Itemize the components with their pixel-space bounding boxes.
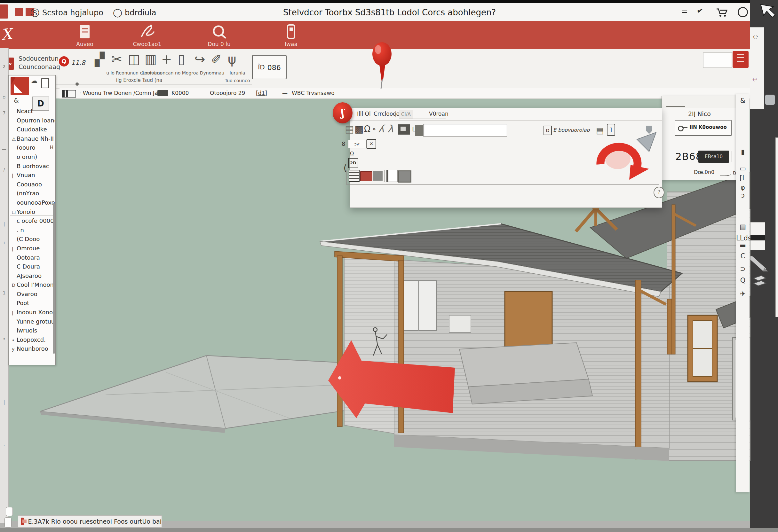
- list-item[interactable]: Ncact: [9, 107, 55, 116]
- list-item[interactable]: . n: [9, 226, 55, 235]
- chevron-icon[interactable]: »: [372, 125, 376, 132]
- close-box-icon[interactable]: ✕: [367, 139, 376, 149]
- list-item[interactable]: c ocofe 0000: [9, 216, 55, 226]
- tab-link[interactable]: [d1]: [256, 90, 267, 96]
- list-item[interactable]: AJsoaroo: [9, 271, 55, 281]
- browser-tab-title-2[interactable]: bdrdiula: [125, 8, 156, 17]
- toolbar-caption: Dynomnau: [200, 70, 224, 76]
- list-item[interactable]: Coouaoo: [9, 180, 55, 189]
- 2d-view-icon[interactable]: 2D: [348, 158, 358, 168]
- grid-view-icon[interactable]: [62, 90, 76, 97]
- strip-tool-icon[interactable]: ▭: [736, 165, 750, 172]
- strip-tool-icon[interactable]: ▬: [736, 241, 750, 249]
- list-item[interactable]: |Omroue: [9, 244, 55, 253]
- grid-doc-icon[interactable]: [349, 170, 360, 182]
- d-box-icon[interactable]: D: [544, 126, 552, 135]
- swatch-icon[interactable]: [373, 171, 383, 181]
- strip-tool-icon[interactable]: ✈: [736, 290, 750, 298]
- page-dark-icon[interactable]: ▩: [355, 123, 364, 135]
- help-circle-icon[interactable]: ?: [653, 187, 665, 198]
- cloud-icon[interactable]: ☁: [31, 77, 37, 84]
- list-item[interactable]: (oouroH: [9, 143, 55, 153]
- list-item[interactable]: B uorhovac: [9, 162, 55, 171]
- tool-icon[interactable]: ✂: [111, 52, 122, 67]
- omega-glyph: Ω: [350, 151, 354, 157]
- list-item[interactable]: ☐Yonoio: [9, 207, 55, 217]
- tool-icon[interactable]: ▥: [145, 52, 157, 67]
- framed-image-icon[interactable]: [398, 170, 411, 183]
- value-display[interactable]: EBsa10: [698, 151, 729, 163]
- dialog-tab-inset[interactable]: Cl/A: [399, 110, 413, 119]
- tool-icon[interactable]: +: [161, 52, 172, 67]
- strip-tool-icon[interactable]: &: [736, 97, 750, 104]
- list-item[interactable]: Poot: [9, 298, 55, 308]
- account-icon[interactable]: [738, 7, 748, 17]
- ribbon-button-2[interactable]: Cwoo1ao1: [123, 24, 171, 47]
- dialog-tab[interactable]: V0roan: [429, 111, 449, 117]
- tool-icon[interactable]: ✐: [211, 52, 222, 67]
- dialog-tab[interactable]: Illl Ol: [357, 111, 371, 117]
- strip-tool-icon[interactable]: [L: [736, 174, 750, 182]
- list-item[interactable]: oounooaPoxo: [9, 198, 55, 207]
- tab-item[interactable]: Trw Donen /Comn Jac: [103, 90, 161, 96]
- floating-toolbar-dialog: Illl Ol Crrcloooe | Cl/A V0roan ▤ ▩ Ω » …: [349, 108, 662, 208]
- strip-tool-icon[interactable]: ɔ: [736, 191, 750, 199]
- list-item[interactable]: Ovaroo: [9, 290, 55, 299]
- mini-field[interactable]: ɔv·: [348, 140, 367, 148]
- list-item[interactable]: Opurron loang: [9, 116, 55, 125]
- ribbon-button-3[interactable]: Dou 0 lu: [195, 24, 243, 47]
- tool-icon[interactable]: ◫: [128, 52, 140, 67]
- list-item[interactable]: •Loopoxcd.: [9, 335, 55, 345]
- scrollbar-thumb[interactable]: [53, 203, 55, 354]
- list-item[interactable]: Yunne grotuue: [9, 317, 55, 327]
- tool-icon[interactable]: ▞: [95, 52, 104, 67]
- rotate-icon[interactable]: Ω: [364, 124, 371, 134]
- tool-icon[interactable]: ↪: [194, 52, 205, 67]
- app-icon[interactable]: [0, 4, 8, 18]
- rail-tool-button[interactable]: [4, 517, 11, 528]
- list-item[interactable]: (C Dooo: [9, 235, 55, 244]
- tab-item[interactable]: · Woonu: [79, 90, 101, 96]
- page-icon[interactable]: ▤: [345, 123, 354, 135]
- tool-icon[interactable]: ▯: [178, 52, 185, 67]
- strip-tool-icon[interactable]: φ: [736, 184, 750, 191]
- strip-tool-icon[interactable]: LLds: [736, 234, 750, 242]
- dialog-badge[interactable]: ʃ: [333, 102, 353, 123]
- ribbon-button-4[interactable]: Iwaa: [267, 24, 315, 47]
- image-tool-icon[interactable]: [398, 124, 410, 135]
- list-item[interactable]: Ootoara: [9, 253, 55, 262]
- strip-tool-icon[interactable]: ⊃: [736, 265, 750, 273]
- ampersand-glyph: &: [14, 97, 19, 104]
- rail-tool-button[interactable]: [6, 507, 13, 516]
- list-item[interactable]: |Vnuan: [9, 171, 55, 180]
- toolbar-red-button[interactable]: [732, 51, 749, 68]
- list-item[interactable]: (nnYrao: [9, 189, 55, 198]
- folder-red-icon[interactable]: [360, 171, 372, 181]
- ribbon-button-1[interactable]: Auveo: [61, 24, 109, 47]
- strip-tool-icon[interactable]: Q: [736, 277, 750, 284]
- list-item[interactable]: ⚠Banaue Nh-II: [9, 134, 55, 144]
- check-icon[interactable]: ✔: [696, 6, 704, 16]
- list-item[interactable]: DCool I'Mnoon: [9, 280, 55, 290]
- list-item[interactable]: Iwruols: [9, 326, 55, 335]
- search-input[interactable]: [423, 124, 507, 137]
- slider-handle[interactable]: [76, 83, 79, 86]
- key-field[interactable]: IIN K0oouwoo: [675, 120, 731, 136]
- list-item[interactable]: C Doura: [9, 262, 55, 271]
- book-icon[interactable]: [386, 170, 398, 182]
- strip-tool-icon[interactable]: ▤: [736, 223, 750, 231]
- strip-tool-icon[interactable]: C: [736, 252, 750, 260]
- list-item[interactable]: |Inooun Xono: [9, 308, 55, 317]
- list-item[interactable]: Cuudoalke: [9, 125, 55, 134]
- browser-tab-title[interactable]: Scstoa hgjalupo: [42, 8, 103, 17]
- chat-icon[interactable]: [157, 90, 168, 96]
- minimize-icon[interactable]: =: [681, 7, 688, 16]
- strip-tool-icon[interactable]: ▮: [736, 148, 750, 156]
- tool-icon[interactable]: ψ: [228, 52, 236, 67]
- sketch-figure-icon[interactable]: ʎ λ: [378, 123, 393, 135]
- list-item[interactable]: o oron): [9, 153, 55, 162]
- file-icon[interactable]: [41, 78, 49, 88]
- list-item[interactable]: yNounboroo: [9, 344, 55, 354]
- cart-icon[interactable]: [716, 8, 727, 17]
- notification-badge[interactable]: Q: [59, 56, 69, 67]
